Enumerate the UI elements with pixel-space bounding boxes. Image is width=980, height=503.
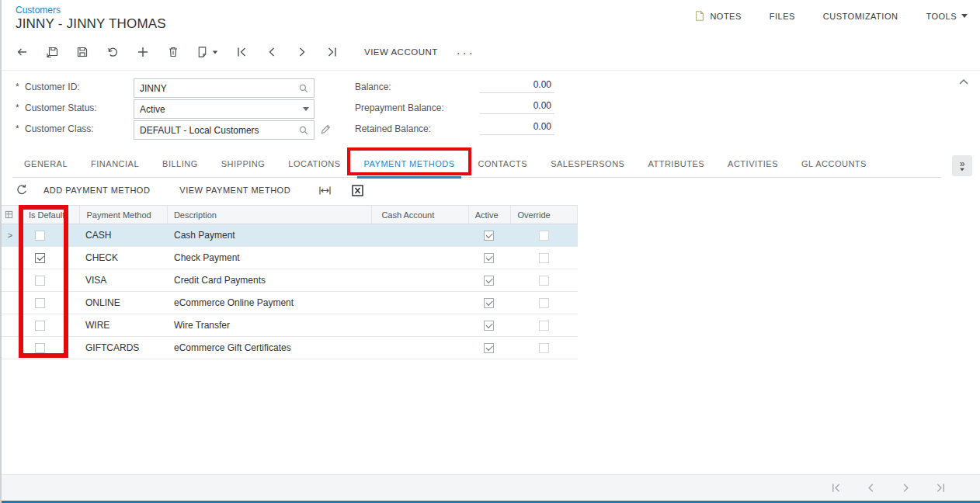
view-payment-method-button[interactable]: VIEW PAYMENT METHOD <box>179 186 290 195</box>
row-marker-icon: > <box>2 224 19 246</box>
breadcrumb[interactable]: Customers <box>16 5 61 16</box>
description-cell: Cash Payment <box>165 224 370 246</box>
search-icon[interactable] <box>298 125 309 136</box>
customization-label: CUSTOMIZATION <box>823 12 898 21</box>
cash-account-cell <box>370 337 467 359</box>
table-row-cash[interactable]: > CASH Cash Payment <box>2 224 578 247</box>
tab-contacts[interactable]: CONTACTS <box>466 150 539 177</box>
more-actions-button[interactable]: ··· <box>457 46 475 59</box>
overflow-caret-icon <box>960 168 964 172</box>
undo-button[interactable] <box>103 42 122 62</box>
add-record-button[interactable] <box>134 42 152 62</box>
active-checkbox[interactable] <box>484 321 494 331</box>
overflow-chevrons-icon: » <box>960 160 965 168</box>
tab-gl-accounts[interactable]: GL ACCOUNTS <box>790 150 878 177</box>
tab-attributes[interactable]: ATTRIBUTES <box>636 150 716 177</box>
customer-status-select[interactable]: Active <box>134 99 315 119</box>
override-checkbox[interactable] <box>539 321 549 331</box>
tools-menu-button[interactable]: TOOLS <box>926 12 968 21</box>
search-icon[interactable] <box>298 83 309 94</box>
column-header-description[interactable]: Description <box>168 206 373 224</box>
row-marker-icon <box>2 337 19 359</box>
tab-locations[interactable]: LOCATIONS <box>276 150 352 177</box>
is-default-checkbox[interactable] <box>35 321 45 331</box>
active-checkbox[interactable] <box>484 298 494 308</box>
override-checkbox[interactable] <box>539 276 549 286</box>
row-marker-icon <box>2 269 19 291</box>
override-checkbox[interactable] <box>539 343 549 353</box>
prev-record-button[interactable] <box>262 42 281 62</box>
row-marker-icon <box>2 314 19 336</box>
is-default-checkbox[interactable] <box>35 298 45 308</box>
customer-id-field[interactable]: JINNY <box>134 78 315 98</box>
refresh-button[interactable] <box>12 181 31 199</box>
table-row-check[interactable]: CHECK Check Payment <box>2 247 578 269</box>
dropdown-caret-icon[interactable] <box>303 107 309 111</box>
payment-method-cell: ONLINE <box>77 292 165 314</box>
tab-activities[interactable]: ACTIVITIES <box>716 150 790 177</box>
undo-icon <box>106 46 119 58</box>
prepayment-balance-value: 0.00 <box>480 97 554 114</box>
back-button[interactable] <box>12 42 31 62</box>
is-default-checkbox[interactable] <box>35 231 45 241</box>
refresh-icon <box>16 184 28 196</box>
table-row-online[interactable]: ONLINE eCommerce Online Payment <box>2 292 578 314</box>
files-button[interactable]: FILES <box>770 12 795 21</box>
tab-payment-methods[interactable]: PAYMENT METHODS <box>353 150 467 177</box>
tab-general[interactable]: GENERAL <box>12 150 79 177</box>
customer-class-value: DEFAULT - Local Customers <box>140 125 259 136</box>
override-checkbox[interactable] <box>539 298 549 308</box>
table-row-visa[interactable]: VISA Credit Card Payments <box>2 269 578 292</box>
delete-record-button[interactable] <box>164 42 182 62</box>
add-payment-method-button[interactable]: ADD PAYMENT METHOD <box>43 186 150 195</box>
column-header-payment-method[interactable]: Payment Method <box>80 206 167 224</box>
next-record-button[interactable] <box>293 42 311 62</box>
column-header-cash-account[interactable]: Cash Account <box>372 206 468 224</box>
tab-salespersons[interactable]: SALESPERSONS <box>539 150 636 177</box>
clipboard-menu-button[interactable] <box>194 42 221 62</box>
row-settings-header[interactable] <box>2 206 23 224</box>
active-checkbox[interactable] <box>484 343 494 353</box>
cash-account-cell <box>370 292 467 314</box>
required-marker: * <box>16 102 19 113</box>
customization-button[interactable]: CUSTOMIZATION <box>823 12 898 21</box>
customers-window: Customers JINNY - JINNY THOMAS NOTES FIL… <box>0 0 980 503</box>
table-row-giftcards[interactable]: GIFTCARDS eCommerce Gift Certificates <box>2 337 578 359</box>
view-account-button[interactable]: VIEW ACCOUNT <box>364 47 438 57</box>
is-default-checkbox[interactable] <box>35 253 45 263</box>
export-excel-button[interactable] <box>348 181 367 199</box>
collapse-chevron-icon[interactable] <box>958 78 969 85</box>
notes-button[interactable]: NOTES <box>694 10 741 22</box>
customer-id-label: Customer ID: <box>25 82 80 92</box>
pager-last-button[interactable] <box>933 480 947 494</box>
active-checkbox[interactable] <box>484 276 494 286</box>
override-checkbox[interactable] <box>539 231 549 241</box>
active-checkbox[interactable] <box>484 231 494 241</box>
payment-method-cell: VISA <box>77 269 165 291</box>
is-default-checkbox[interactable] <box>35 343 45 353</box>
is-default-checkbox[interactable] <box>35 276 45 286</box>
pencil-icon[interactable] <box>320 123 332 135</box>
balance-label: Balance: <box>355 82 391 92</box>
column-header-override[interactable]: Override <box>511 206 578 224</box>
last-record-button[interactable] <box>323 42 342 62</box>
pager-prev-button[interactable] <box>864 480 877 494</box>
customer-class-field[interactable]: DEFAULT - Local Customers <box>134 120 315 140</box>
pager-first-button[interactable] <box>829 480 843 494</box>
tab-shipping[interactable]: SHIPPING <box>210 150 277 177</box>
fit-width-button[interactable] <box>315 181 334 199</box>
save-and-close-button[interactable] <box>43 42 61 62</box>
column-header-active[interactable]: Active <box>469 206 512 224</box>
save-button[interactable] <box>73 42 92 62</box>
override-checkbox[interactable] <box>539 253 549 263</box>
pager-next-button[interactable] <box>898 480 912 494</box>
column-header-is-default[interactable]: Is Default <box>23 206 81 224</box>
tab-overflow-button[interactable]: » <box>952 155 972 176</box>
tab-billing[interactable]: BILLING <box>151 150 210 177</box>
tab-financial[interactable]: FINANCIAL <box>79 150 151 177</box>
active-checkbox[interactable] <box>484 253 494 263</box>
first-record-button[interactable] <box>232 42 251 62</box>
table-row-wire[interactable]: WIRE Wire Transfer <box>2 314 578 337</box>
back-arrow-icon <box>16 46 29 58</box>
prev-record-icon <box>865 482 877 494</box>
